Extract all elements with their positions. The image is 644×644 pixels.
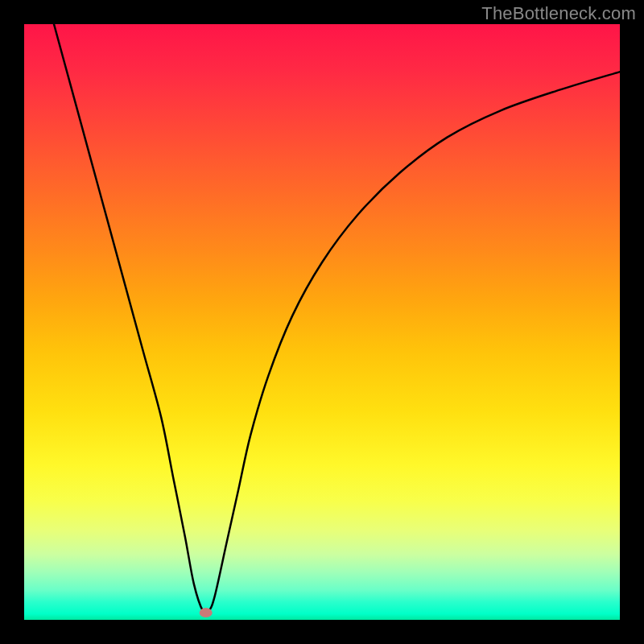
chart-curve-svg	[24, 24, 620, 620]
bottleneck-curve	[54, 24, 620, 613]
optimum-marker-dot	[200, 608, 213, 617]
chart-plot-area	[24, 24, 620, 620]
watermark-text: TheBottleneck.com	[481, 3, 636, 24]
